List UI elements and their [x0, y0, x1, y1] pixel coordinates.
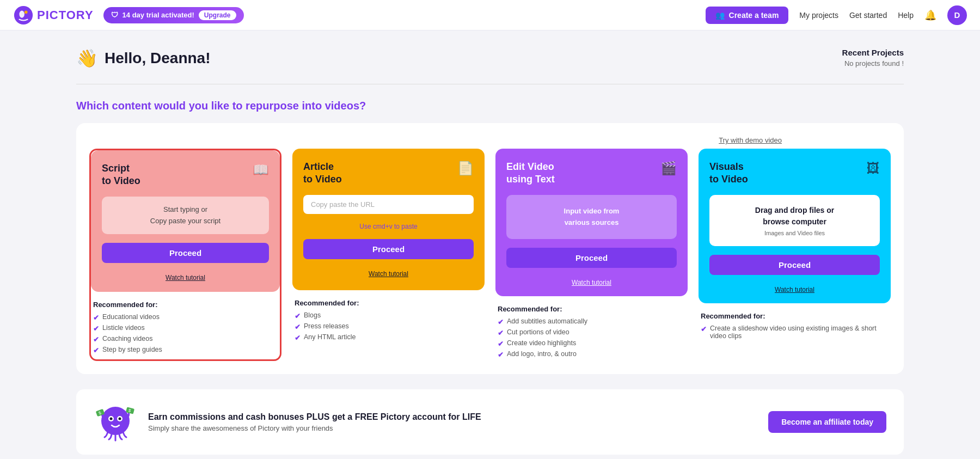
trial-badge: 🛡 14 day trial activated! Upgrade — [103, 7, 244, 23]
cards-grid: Scriptto Video 📖 Start typing or Copy pa… — [89, 149, 891, 361]
list-item: ✔Create video highlights — [498, 339, 685, 348]
team-icon: 👥 — [715, 11, 725, 20]
app-logo[interactable]: PICTORY — [13, 5, 94, 26]
navbar-right: 👥 Create a team My projects Get started … — [706, 5, 967, 25]
navbar: PICTORY 🛡 14 day trial activated! Upgrad… — [0, 0, 980, 30]
list-item: ✔Add logo, intro, & outro — [498, 350, 685, 359]
no-projects-text: No projects found ! — [842, 59, 904, 68]
article-recommended-title: Recommended for: — [295, 299, 482, 307]
list-item: ✔Any HTML article — [295, 333, 482, 342]
check-icon: ✔ — [93, 346, 99, 354]
url-hint-text: Use cmd+v to paste — [303, 223, 474, 230]
card-visuals-top: Visualsto Video 🖼 Drag and drop files or… — [699, 149, 891, 303]
card-article-top: Articleto Video 📄 Copy paste the URL Use… — [292, 149, 485, 290]
card-script: Scriptto Video 📖 Start typing or Copy pa… — [89, 149, 281, 361]
check-icon: ✔ — [93, 325, 99, 333]
script-placeholder-text: Start typing or Copy paste your script — [150, 205, 220, 225]
card-visuals-title: Visualsto Video — [709, 161, 748, 186]
wave-emoji: 👋 — [76, 48, 98, 69]
demo-link-row: Try with demo video — [89, 136, 891, 144]
recent-projects-title: Recent Projects — [842, 48, 904, 57]
drop-sub-text: Images and Video files — [717, 230, 872, 236]
affiliate-banner: $ $ Earn commissions and cash bonuses PL… — [76, 389, 904, 455]
demo-video-link[interactable]: Try with demo video — [719, 136, 782, 144]
article-proceed-button[interactable]: Proceed — [303, 239, 474, 259]
card-edit-title: Edit Videousing Text — [506, 161, 555, 186]
visuals-drop-area[interactable]: Drag and drop files or browse computer I… — [709, 195, 880, 246]
script-input-area[interactable]: Start typing or Copy paste your script — [102, 197, 269, 235]
notification-bell-icon[interactable]: 🔔 — [924, 9, 936, 21]
card-script-bottom: Recommended for: ✔Educational videos ✔Li… — [91, 292, 280, 357]
list-item: ✔Blogs — [295, 311, 482, 320]
top-row: 👋 Hello, Deanna! Recent Projects No proj… — [76, 48, 904, 69]
article-card-icon: 📄 — [457, 161, 474, 176]
script-card-icon: 📖 — [253, 162, 269, 178]
card-article-bottom: Recommended for: ✔Blogs ✔Press releases … — [292, 290, 485, 344]
affiliate-mascot-icon: $ $ — [94, 400, 137, 444]
greeting: 👋 Hello, Deanna! — [76, 48, 210, 69]
affiliate-subtitle: Simply share the awesomeness of Pictory … — [148, 424, 757, 432]
check-icon: ✔ — [498, 329, 504, 337]
card-article-header: Articleto Video 📄 — [303, 161, 474, 186]
script-proceed-button[interactable]: Proceed — [102, 243, 269, 263]
card-visuals-bottom: Recommended for: ✔Create a slideshow vid… — [699, 303, 891, 342]
svg-point-6 — [110, 418, 113, 420]
article-url-input[interactable]: Copy paste the URL — [303, 195, 474, 214]
svg-point-1 — [19, 10, 24, 17]
list-item: ✔Listicle videos — [93, 324, 278, 333]
list-item: ✔Educational videos — [93, 313, 278, 322]
edit-watch-tutorial-link[interactable]: Watch tutorial — [506, 279, 677, 286]
list-item: ✔Create a slideshow video using existing… — [701, 325, 889, 340]
my-projects-link[interactable]: My projects — [799, 11, 838, 20]
divider — [76, 84, 904, 84]
visuals-card-icon: 🖼 — [867, 161, 880, 176]
script-recommended-title: Recommended for: — [93, 301, 278, 309]
article-watch-tutorial-link[interactable]: Watch tutorial — [303, 270, 474, 278]
visuals-recommended-list: ✔Create a slideshow video using existing… — [701, 325, 889, 340]
check-icon: ✔ — [701, 325, 707, 333]
cards-wrapper: Try with demo video Scriptto Video 📖 Sta… — [76, 123, 904, 374]
card-script-top: Scriptto Video 📖 Start typing or Copy pa… — [91, 150, 280, 292]
edit-card-icon: 🎬 — [660, 161, 677, 176]
script-recommended-list: ✔Educational videos ✔Listicle videos ✔Co… — [93, 313, 278, 354]
check-icon: ✔ — [93, 335, 99, 344]
avatar[interactable]: D — [947, 5, 967, 25]
visuals-watch-tutorial-link[interactable]: Watch tutorial — [709, 286, 880, 293]
check-icon: ✔ — [498, 340, 504, 348]
trial-icon: 🛡 — [111, 11, 118, 19]
card-edit-header: Edit Videousing Text 🎬 — [506, 161, 677, 186]
main-content: 👋 Hello, Deanna! Recent Projects No proj… — [54, 30, 926, 459]
greeting-text: Hello, Deanna! — [105, 50, 210, 67]
section-title: Which content would you like to repurpos… — [76, 100, 904, 112]
script-watch-tutorial-link[interactable]: Watch tutorial — [102, 274, 269, 281]
card-article: Articleto Video 📄 Copy paste the URL Use… — [292, 149, 485, 361]
edit-proceed-button[interactable]: Proceed — [506, 248, 677, 268]
check-icon: ✔ — [295, 334, 301, 342]
help-link[interactable]: Help — [898, 11, 914, 20]
affiliate-button[interactable]: Become an affiliate today — [768, 411, 886, 433]
get-started-link[interactable]: Get started — [849, 11, 887, 20]
svg-point-2 — [24, 10, 28, 14]
affiliate-title: Earn commissions and cash bonuses PLUS g… — [148, 412, 757, 422]
create-team-button[interactable]: 👥 Create a team — [706, 7, 789, 24]
list-item: ✔Press releases — [295, 322, 482, 331]
affiliate-text: Earn commissions and cash bonuses PLUS g… — [148, 412, 757, 432]
edit-recommended-title: Recommended for: — [498, 305, 685, 313]
card-script-title: Scriptto Video — [102, 162, 140, 188]
svg-point-7 — [119, 418, 121, 420]
check-icon: ✔ — [295, 323, 301, 331]
card-article-title: Articleto Video — [303, 161, 342, 186]
edit-input-area[interactable]: Input video from various sources — [506, 195, 677, 240]
edit-recommended-list: ✔Add subtitles automatically ✔Cut portio… — [498, 317, 685, 359]
check-icon: ✔ — [498, 318, 504, 326]
visuals-recommended-title: Recommended for: — [701, 312, 889, 320]
recent-projects-panel: Recent Projects No projects found ! — [842, 48, 904, 68]
logo-icon — [13, 5, 34, 26]
card-visuals-header: Visualsto Video 🖼 — [709, 161, 880, 186]
card-script-header: Scriptto Video 📖 — [102, 162, 269, 188]
drop-main-text: Drag and drop files or browse computer — [717, 205, 872, 228]
list-item: ✔Step by step guides — [93, 346, 278, 354]
upgrade-button[interactable]: Upgrade — [199, 10, 236, 20]
svg-point-3 — [101, 407, 130, 435]
visuals-proceed-button[interactable]: Proceed — [709, 255, 880, 275]
